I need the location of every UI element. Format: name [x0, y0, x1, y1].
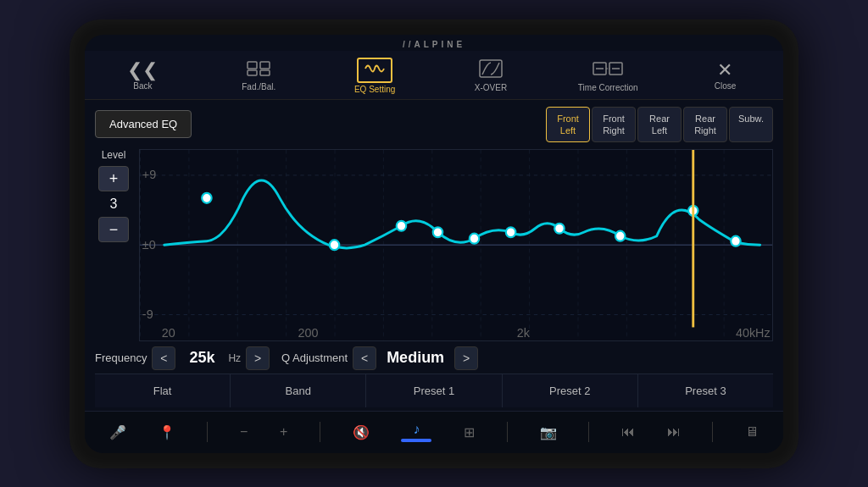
nav-item-fad-bal[interactable]: Fad./Bal. [225, 58, 292, 93]
nav-label-fad-bal: Fad./Bal. [242, 82, 275, 91]
music-icon: ♪ [413, 422, 420, 437]
mic-icon[interactable]: 🎤 [109, 424, 126, 440]
eq-area: Level + 3 − [95, 149, 773, 340]
divider-3 [507, 422, 508, 442]
divider-1 [207, 422, 208, 442]
svg-point-31 [731, 236, 740, 246]
device-screen: //ALPINE ❮❮ Back Fad./Bal. [85, 35, 783, 453]
back-icon: ❮❮ [127, 61, 158, 80]
tab-front-right[interactable]: FrontRight [592, 107, 636, 143]
level-value: 3 [110, 193, 118, 215]
svg-text:2k: 2k [517, 326, 531, 340]
main-content: Advanced EQ FrontLeft FrontRight RearLef… [85, 100, 783, 411]
bottom-bar: 🎤 📍 − + 🔇 ♪ ⊞ 📷 ⏮ ⏭ 🖥 [85, 411, 783, 453]
svg-rect-0 [248, 62, 257, 69]
tab-front-left[interactable]: FrontLeft [546, 107, 590, 143]
divider-2 [320, 422, 320, 442]
level-plus-button[interactable]: + [98, 166, 129, 191]
q-increase-button[interactable]: > [454, 346, 478, 370]
divider-5 [712, 422, 713, 442]
svg-rect-3 [260, 70, 270, 75]
preset-1[interactable]: Preset 1 [366, 374, 502, 407]
svg-point-28 [554, 224, 564, 234]
svg-point-27 [506, 227, 515, 237]
advanced-eq-button[interactable]: Advanced EQ [95, 110, 192, 138]
tab-subw[interactable]: Subw. [729, 107, 773, 143]
nav-item-close[interactable]: ✕ Close [691, 59, 759, 92]
channel-row: Advanced EQ FrontLeft FrontRight RearLef… [95, 107, 773, 143]
svg-rect-2 [248, 70, 257, 75]
svg-rect-1 [260, 62, 270, 69]
top-nav: ❮❮ Back Fad./Bal. [85, 51, 783, 100]
q-decrease-button[interactable]: < [353, 346, 376, 370]
q-value: Medium [381, 349, 449, 367]
fad-bal-icon [247, 60, 270, 80]
svg-text:±0: ±0 [142, 238, 156, 252]
nav-item-time-correction[interactable]: Time Correction [573, 58, 643, 94]
nav-label-back: Back [133, 81, 152, 91]
preset-2[interactable]: Preset 2 [503, 374, 638, 407]
nav-label-xover: X-OVER [475, 83, 507, 92]
nav-item-back[interactable]: ❮❮ Back [108, 59, 176, 92]
svg-point-24 [397, 221, 406, 231]
svg-point-23 [330, 240, 339, 250]
nav-item-xover[interactable]: X-OVER [457, 58, 525, 94]
xover-icon [479, 59, 503, 81]
grid-icon[interactable]: ⊞ [464, 424, 475, 440]
camera-icon[interactable]: 📷 [540, 424, 557, 440]
freq-q-row: Frequency < 25k Hz > Q Adjustment < Medi… [95, 341, 773, 374]
alpine-logo: //ALPINE [85, 35, 783, 51]
svg-text:-9: -9 [142, 307, 153, 321]
frequency-increase-button[interactable]: > [246, 346, 270, 370]
mute-icon[interactable]: 🔇 [353, 424, 370, 440]
preset-flat[interactable]: Flat [95, 374, 231, 407]
skip-forward-icon[interactable]: ⏭ [667, 424, 681, 440]
device-outer: //ALPINE ❮❮ Back Fad./Bal. [70, 19, 798, 468]
music-icon-container[interactable]: ♪ [401, 422, 431, 442]
plus-icon[interactable]: + [280, 424, 287, 440]
nav-map-icon[interactable]: 📍 [159, 424, 175, 440]
frequency-unit: Hz [228, 352, 241, 364]
close-icon: ✕ [717, 61, 732, 80]
nav-label-time-correction: Time Correction [578, 83, 638, 92]
level-control: Level + 3 − [95, 149, 132, 340]
svg-text:200: 200 [298, 326, 319, 340]
preset-row: Flat Band Preset 1 Preset 2 Preset 3 [95, 374, 773, 407]
minus-icon[interactable]: − [240, 424, 248, 440]
tab-rear-left[interactable]: RearLeft [637, 107, 682, 143]
screen-icon[interactable]: 🖥 [745, 424, 759, 440]
skip-back-icon[interactable]: ⏮ [621, 424, 635, 440]
nav-item-eq[interactable]: EQ Setting [341, 56, 409, 96]
frequency-label: Frequency [95, 351, 147, 364]
preset-band[interactable]: Band [231, 374, 366, 407]
frequency-decrease-button[interactable]: < [152, 346, 175, 370]
eq-graph[interactable]: +9 ±0 -9 20 200 2k 40kHz [139, 149, 773, 340]
tab-rear-right[interactable]: RearRight [683, 107, 727, 143]
preset-3[interactable]: Preset 3 [638, 374, 773, 407]
svg-point-26 [470, 234, 479, 244]
svg-point-29 [615, 231, 625, 241]
music-active-bar [401, 439, 431, 442]
time-correction-icon [593, 59, 623, 81]
frequency-value: 25k [181, 349, 223, 367]
eq-icon [357, 58, 392, 83]
svg-text:+9: +9 [142, 168, 156, 181]
svg-text:20: 20 [162, 326, 175, 340]
level-minus-button[interactable]: − [98, 217, 129, 242]
svg-point-22 [202, 193, 211, 203]
svg-point-25 [433, 227, 442, 237]
nav-label-close: Close [715, 81, 737, 91]
divider-4 [588, 422, 589, 442]
nav-label-eq: EQ Setting [354, 85, 395, 94]
svg-text:40kHz: 40kHz [736, 326, 771, 340]
channel-tabs: FrontLeft FrontRight RearLeft RearRight … [546, 107, 773, 143]
q-label: Q Adjustment [281, 351, 348, 364]
level-label: Level [102, 149, 126, 161]
